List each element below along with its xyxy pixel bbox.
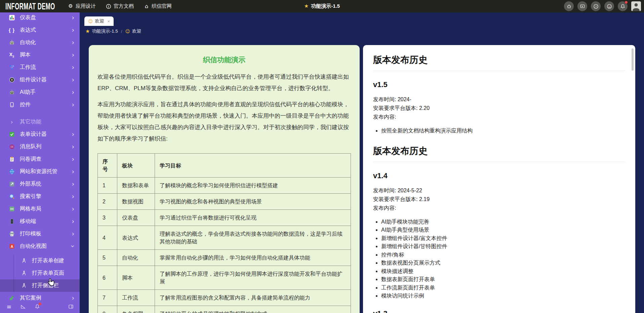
chevron-right-icon: ›: [9, 119, 15, 125]
breadcrumb-separator: /: [121, 29, 122, 34]
sidebar-item-表单设计器[interactable]: 表单设计器›: [0, 128, 80, 141]
version-meta-line: 发布内容:: [373, 113, 625, 121]
topbar-menu-item-2[interactable]: 官方文档: [106, 3, 134, 9]
table-cell: 数据视图: [117, 194, 155, 210]
sidebar-item-网站和资源托管[interactable]: 网站和资源托管›: [0, 165, 80, 178]
sidebar-item-label: 打印模板: [20, 230, 41, 237]
star-icon: ★: [85, 29, 90, 34]
table-row: 7工作流了解常用流程图形的含义和配置内容，具备搭建简单流程的能力: [98, 290, 351, 306]
ruler-icon[interactable]: [20, 304, 26, 310]
home-circle-button[interactable]: [564, 1, 574, 11]
table-cell: 仪表盘: [117, 210, 155, 226]
sidebar-item-label: 网站和资源托管: [20, 168, 57, 175]
script-icon: X2: [9, 52, 15, 58]
sidebar-item-label: 表达式: [20, 27, 36, 34]
chevron-right-icon: ›: [72, 64, 74, 71]
topbar-menu-label: 应用设计: [76, 3, 96, 9]
table-cell: 4: [98, 226, 117, 250]
tab-bar: ☺欢迎×: [84, 16, 114, 26]
sidebar-item-打开表单页面[interactable]: 打开表单页面: [0, 267, 80, 279]
sidebar-item-表达式[interactable]: { }表达式›: [0, 24, 80, 36]
app-title[interactable]: ★ 功能演示-1.5: [304, 3, 340, 9]
table-cell: 掌握常用自动化步骤的用法，学习如何使用自动化搭建具体功能: [155, 250, 351, 266]
notification-button[interactable]: [618, 1, 628, 11]
sidebar-item-label: 打开侧边栏: [32, 282, 59, 289]
welcome-title: 织信功能演示: [97, 55, 351, 65]
table-cell: 自动化: [117, 250, 155, 266]
smiley-icon: ☺: [88, 19, 93, 24]
version-change-item: 模块描述调整: [381, 267, 625, 275]
notification-icon: [620, 4, 626, 9]
sidebar-item-打开表单创建[interactable]: 打开表单创建: [0, 255, 80, 267]
scrollbar-thumb[interactable]: [632, 48, 634, 71]
breadcrumb-page[interactable]: ☺ 欢迎: [125, 28, 141, 34]
sidebar-item-仪表盘[interactable]: 仪表盘›: [0, 11, 80, 24]
sidebar-item-label: 打开表单创建: [32, 257, 64, 264]
user-avatar[interactable]: [631, 1, 641, 11]
compass-icon: [21, 258, 27, 264]
topbar-menu-item-3[interactable]: ⌂织信官网: [144, 3, 172, 9]
website-hosting-icon: [9, 169, 15, 175]
sidebar-item-问卷调查[interactable]: 问卷调查›: [0, 153, 80, 165]
topbar-menu-label: 官方文档: [114, 3, 134, 9]
table-row: 4表达式理解表达式的概念，学会使用表达式衔接各功能间的数据流转，这是学习后续其他…: [98, 226, 351, 250]
topbar-menu: ⚙应用设计官方文档⌂织信官网: [68, 3, 172, 9]
message-icon: [580, 4, 585, 9]
release-sections: 版本发布历史v1.5发布时间: 2024-安装要求平台版本: 2.20发布内容:…: [373, 54, 625, 313]
sidebar-item-网格布局[interactable]: 网格布局›: [0, 203, 80, 215]
chevron-right-icon: ›: [72, 156, 74, 162]
sidebar-item-label: 自动化视图: [20, 243, 47, 250]
version-meta-line: 安装要求平台版本: 2.20: [373, 104, 625, 113]
version-change-item: 数据表新页面打开表单: [381, 275, 625, 283]
sidebar-item-label: 自动化: [20, 39, 36, 46]
topbar: INFORMAT DEMO ⚙应用设计官方文档⌂织信官网 ★ 功能演示-1.5 …: [0, 0, 644, 12]
feedback-icon: [607, 4, 612, 9]
sidebar-item-消息队列[interactable]: 消息队列›: [0, 141, 80, 153]
sidebar-item-移动端[interactable]: 移动端›: [0, 215, 80, 228]
version-meta-line: 发布时间: 2024-: [373, 95, 625, 104]
table-cell: 角色权限: [117, 306, 155, 313]
feedback-button[interactable]: [604, 1, 614, 11]
help-button[interactable]: ?: [591, 1, 601, 11]
breadcrumb-page-label: 欢迎: [132, 28, 141, 34]
sidebar-item-脚本[interactable]: X2脚本›: [0, 49, 80, 61]
sidebar-item-组件设计器[interactable]: 组件设计器›: [0, 74, 80, 86]
breadcrumb-app-label: 功能演示-1.5: [92, 28, 118, 34]
table-cell: 学习通过织信平台将数据进行可视化呈现: [155, 210, 351, 226]
tab-欢迎[interactable]: ☺欢迎×: [84, 16, 114, 26]
version-change-item: 工作流新页面打开表单: [381, 284, 625, 292]
external-system-icon: [9, 181, 15, 187]
learning-path-table: 序号板块学习目标1数据和表单了解模块的概念和学习如何使用织信进行模型搭建2数据视…: [97, 153, 351, 313]
workflow-icon: [9, 65, 15, 71]
sidebar-item-label: 打开表单页面: [32, 270, 64, 277]
sidebar-item-label: 移动端: [20, 218, 36, 225]
chevron-right-icon: ›: [72, 168, 74, 175]
sidebar-item-自动化[interactable]: 自动化›: [0, 36, 80, 49]
topbar-menu-item-1[interactable]: ⚙应用设计: [68, 3, 96, 9]
table-header-cell: 序号: [98, 154, 117, 178]
welcome-paragraph-2: 本应用为功能演示应用，旨在通过具体的功能向使用者直观的呈现织信低代码平台的核心功…: [97, 99, 351, 145]
sidebar-item-label: 问卷调查: [20, 156, 41, 163]
sidebar-item-其它功能[interactable]: ›其它功能: [0, 116, 80, 128]
tab-close-icon[interactable]: ×: [108, 19, 110, 24]
home-icon: ⌂: [144, 4, 149, 9]
sidebar-item-打开侧边栏[interactable]: 打开侧边栏: [0, 279, 80, 292]
sidebar-item-工作流[interactable]: 工作流›: [0, 61, 80, 74]
sidebar-item-打印模板[interactable]: 打印模板›: [0, 228, 80, 240]
version-changes-list: 按照全新的文档结构重构演示应用结构: [373, 127, 625, 135]
version-change-item: AI助手模块功能完善: [381, 218, 625, 226]
sidebar-notification-badge: [39, 303, 41, 305]
bell-icon[interactable]: [34, 304, 40, 310]
table-cell: 了解模块的概念和学习如何使用织信进行模型搭建: [155, 178, 351, 194]
chevron-right-icon: ›: [72, 77, 74, 83]
version-heading-v1.3: v1.3: [373, 309, 625, 313]
collapse-sidebar-icon[interactable]: [68, 304, 74, 310]
sidebar-item-外部系统[interactable]: 外部系统›: [0, 178, 80, 190]
message-button[interactable]: [577, 1, 587, 11]
breadcrumb-app[interactable]: ★ 功能演示-1.5: [85, 28, 118, 34]
sidebar-item-AI助手[interactable]: AI助手›: [0, 86, 80, 99]
sidebar-item-控件[interactable]: 控件›: [0, 99, 80, 111]
sidebar-item-搜索引擎[interactable]: 搜索引擎›: [0, 190, 80, 203]
sidebar-item-自动化视图[interactable]: A自动化视图›: [0, 240, 80, 252]
menu-icon[interactable]: ≡: [6, 304, 12, 310]
